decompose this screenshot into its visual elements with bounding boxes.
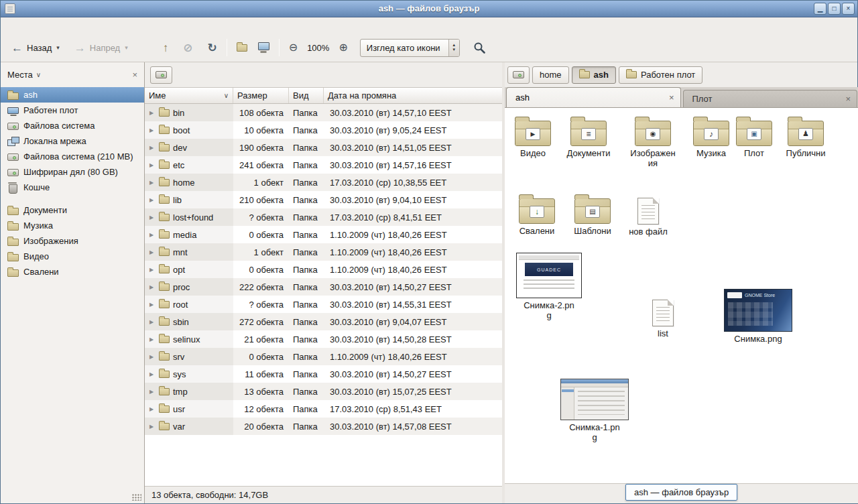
menu-item[interactable] — [27, 23, 40, 27]
expander-icon[interactable]: ▶ — [149, 127, 156, 133]
table-row[interactable]: ▶ root ? обекта Папка 30.03.2010 (вт) 14… — [145, 296, 502, 313]
table-row[interactable]: ▶ media 0 обекта Папка 1.10.2009 (чт) 18… — [145, 226, 502, 243]
sidebar-close-icon[interactable]: × — [132, 70, 137, 80]
expander-icon[interactable]: ▶ — [149, 232, 156, 238]
sidebar-item[interactable]: ash — [1, 87, 144, 103]
table-row[interactable]: ▶ sys 11 обекта Папка 30.03.2010 (вт) 14… — [145, 365, 502, 383]
tab-ash[interactable]: ash × — [506, 87, 681, 107]
table-row[interactable]: ▶ proc 222 обекта Папка 30.03.2010 (вт) … — [145, 278, 502, 296]
table-row[interactable]: ▶ dev 190 обекта Папка 30.03.2010 (вт) 1… — [145, 139, 502, 156]
computer-button[interactable] — [253, 39, 275, 56]
expander-icon[interactable]: ▶ — [149, 319, 156, 325]
stop-button[interactable]: ⊘ — [178, 39, 198, 57]
folder-video[interactable]: Видео — [509, 116, 557, 159]
expander-icon[interactable]: ▶ — [149, 406, 156, 412]
table-row[interactable]: ▶ selinux 21 обекта Папка 30.03.2010 (вт… — [145, 330, 502, 348]
combo-spinner-icon[interactable]: ▲▼ — [448, 40, 459, 56]
home-button[interactable] — [231, 41, 253, 55]
column-header-type[interactable]: Вид — [289, 88, 324, 103]
sidebar-title[interactable]: Места — [7, 70, 33, 80]
table-row[interactable]: ▶ opt 0 обекта Папка 1.10.2009 (чт) 18,4… — [145, 261, 502, 278]
table-row[interactable]: ▶ bin 108 обекта Папка 30.03.2010 (вт) 1… — [145, 104, 502, 121]
expander-icon[interactable]: ▶ — [149, 214, 156, 220]
expander-icon[interactable]: ▶ — [149, 354, 156, 360]
icon-view[interactable]: Видео Документи Изображения Музика Плот … — [505, 108, 858, 483]
table-row[interactable]: ▶ lib 210 обекта Папка 30.03.2010 (вт) 9… — [145, 191, 502, 208]
folder-music[interactable]: Музика — [687, 116, 735, 159]
table-row[interactable]: ▶ boot 10 обекта Папка 30.03.2010 (вт) 9… — [145, 121, 502, 139]
expander-icon[interactable]: ▶ — [149, 284, 156, 290]
tab-close-icon[interactable]: × — [669, 92, 674, 103]
expander-icon[interactable]: ▶ — [149, 371, 156, 377]
expander-icon[interactable]: ▶ — [149, 145, 156, 151]
sidebar-item[interactable]: Файлова система (210 MB) — [1, 149, 144, 164]
menu-item[interactable] — [52, 23, 64, 27]
file-snimka-1-png[interactable]: Снимка-1.png — [558, 379, 631, 442]
column-header-date[interactable]: Дата на промяна — [324, 88, 502, 103]
expander-icon[interactable]: ▶ — [149, 389, 156, 395]
maximize-button[interactable]: □ — [828, 3, 841, 15]
expander-icon[interactable]: ▶ — [149, 162, 156, 168]
table-row[interactable]: ▶ etc 241 обекта Папка 30.03.2010 (вт) 1… — [145, 156, 502, 174]
sidebar-item[interactable]: Документи — [1, 202, 144, 218]
folder-templates[interactable]: Шаблони — [568, 194, 617, 237]
sidebar-item[interactable]: Шифриран дял (80 GB) — [1, 164, 144, 180]
zoom-in-button[interactable]: ⊕ — [333, 39, 353, 56]
tab-close-icon[interactable]: × — [845, 94, 851, 104]
sidebar-item[interactable]: Видео — [1, 249, 144, 264]
folder-public[interactable]: Публични — [782, 116, 830, 159]
table-row[interactable]: ▶ home 1 обект Папка 17.03.2010 (ср) 10,… — [145, 174, 502, 191]
back-button[interactable]: ← Назад ▾ — [6, 39, 65, 57]
view-mode-select[interactable]: Изглед като икони ▲▼ — [360, 39, 460, 57]
titlebar[interactable]: ash — файлов браузър ▁ □ × — [1, 1, 857, 17]
column-header-size[interactable]: Размер — [233, 88, 289, 103]
expander-icon[interactable]: ▶ — [149, 110, 156, 116]
folder-downloads[interactable]: Свалени — [513, 194, 561, 237]
sidebar-item[interactable]: Музика — [1, 218, 144, 233]
pathbar-desktop-button[interactable]: Работен плот — [619, 66, 702, 84]
menu-item[interactable] — [15, 23, 27, 27]
close-button[interactable]: × — [842, 3, 855, 15]
sidebar-item[interactable]: Локална мрежа — [1, 133, 144, 149]
table-row[interactable]: ▶ mnt 1 обект Папка 1.10.2009 (чт) 18,40… — [145, 243, 502, 261]
table-row[interactable]: ▶ var 20 обекта Папка 30.03.2010 (вт) 14… — [145, 418, 502, 435]
expander-icon[interactable]: ▶ — [149, 180, 156, 186]
expander-icon[interactable]: ▶ — [149, 424, 156, 430]
table-row[interactable]: ▶ srv 0 обекта Папка 1.10.2009 (чт) 18,4… — [145, 348, 502, 365]
file-snimka-png[interactable]: GNOME Store Снимка.png — [722, 289, 794, 344]
expander-icon[interactable]: ▶ — [149, 249, 156, 255]
sidebar-item[interactable]: Кошче — [1, 180, 144, 195]
menu-item[interactable] — [3, 23, 15, 27]
expander-icon[interactable]: ▶ — [149, 197, 156, 203]
pane-resize-grip[interactable] — [132, 494, 141, 501]
search-button[interactable] — [469, 39, 490, 57]
reload-button[interactable]: ↻ — [202, 39, 222, 57]
zoom-out-button[interactable]: ⊖ — [284, 39, 303, 56]
sidebar-item[interactable]: Работен плот — [1, 103, 144, 118]
table-row[interactable]: ▶ usr 12 обекта Папка 17.03.2010 (ср) 8,… — [145, 400, 502, 418]
folder-desktop[interactable]: Плот — [733, 116, 776, 159]
back-history-caret-icon[interactable]: ▾ — [56, 44, 60, 51]
up-button[interactable]: ↑ — [158, 39, 174, 57]
pathbar-home-button[interactable]: home — [532, 66, 569, 84]
sidebar-item[interactable]: Свалени — [1, 264, 144, 279]
folder-pictures[interactable]: Изображения — [629, 116, 677, 168]
pathbar-root-button[interactable] — [150, 66, 172, 84]
pathbar-filesystem-button[interactable] — [507, 66, 530, 84]
file-snimka-2-png[interactable]: GUADEC Снимка-2.png — [514, 253, 584, 320]
pathbar-ash-button[interactable]: ash — [572, 66, 616, 84]
file-list[interactable]: list — [639, 297, 687, 339]
expander-icon[interactable]: ▶ — [149, 302, 156, 308]
forward-button[interactable]: → Напред ▾ — [69, 39, 133, 57]
tab-desktop[interactable]: Плот × — [683, 90, 858, 107]
sidebar-item[interactable]: Изображения — [1, 233, 144, 249]
table-row[interactable]: ▶ tmp 13 обекта Папка 30.03.2010 (вт) 15… — [145, 383, 502, 400]
table-row[interactable]: ▶ sbin 272 обекта Папка 30.03.2010 (вт) … — [145, 313, 502, 330]
menu-item[interactable] — [40, 23, 52, 27]
sidebar-item[interactable]: Файлова система — [1, 118, 144, 133]
expander-icon[interactable]: ▶ — [149, 267, 156, 273]
table-row[interactable]: ▶ lost+found ? обекта Папка 17.03.2010 (… — [145, 208, 502, 226]
expander-icon[interactable]: ▶ — [149, 336, 156, 342]
menu-item[interactable] — [64, 23, 76, 27]
minimize-button[interactable]: ▁ — [814, 3, 826, 15]
